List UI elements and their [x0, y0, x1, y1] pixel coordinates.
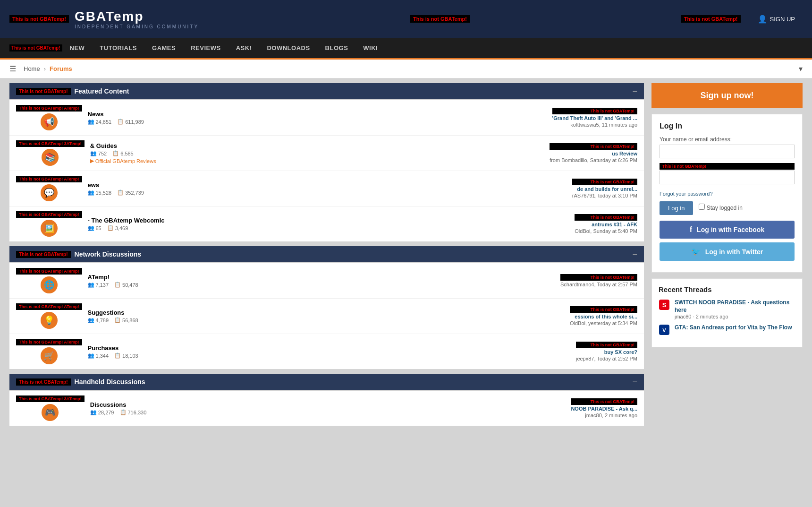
network-section-header: This is not GBATemp! Network Discussions…: [9, 246, 644, 262]
nav-new[interactable]: NEW: [62, 38, 93, 58]
svg-text:V: V: [662, 327, 666, 333]
login-title: Log In: [660, 122, 795, 130]
login-button[interactable]: Log in: [660, 201, 693, 215]
header-right: This is not GBATemp! 👤 SIGN UP: [681, 11, 803, 27]
message-count: 📋 50,478: [114, 282, 138, 288]
table-row: This is not GBATemp! ATemp! 💬 ews 👥 15,5…: [9, 171, 644, 206]
post-title[interactable]: antrums #31 - AFK: [575, 222, 637, 227]
forum-name[interactable]: - The GBAtemp Webcomic: [88, 217, 569, 224]
forum-name[interactable]: ews: [88, 181, 567, 189]
thread-title[interactable]: GTA: San Andreas port for Vita by The Fl…: [675, 324, 792, 332]
forum-name[interactable]: & Guides: [90, 142, 544, 149]
censored-icon-banner: This is not GBATemp! ATemp!: [16, 268, 82, 275]
forum-info: Discussions 👥 28,279 📋 716,330: [90, 401, 566, 415]
featured-section-title: Featured Content: [75, 87, 129, 95]
menu-icon[interactable]: ☰: [9, 64, 16, 73]
forum-name[interactable]: News: [88, 111, 547, 118]
thread-meta: jmac80 · 2 minutes ago: [675, 314, 795, 319]
network-minimize-button[interactable]: −: [632, 250, 637, 258]
thread-count: 👥 752: [90, 150, 107, 156]
username-input[interactable]: [660, 145, 795, 158]
signup-button[interactable]: 👤 SIGN UP: [750, 11, 803, 27]
post-title[interactable]: essions of this whole si...: [570, 314, 637, 319]
post-by: jmac80, 2 minutes ago: [571, 412, 637, 418]
content-area: This is not GBATemp! Featured Content − …: [9, 83, 644, 430]
login-actions: Log in Stay logged in: [660, 201, 795, 215]
forum-name[interactable]: Purchases: [88, 344, 570, 352]
nav-downloads[interactable]: DOWNLOADS: [259, 38, 317, 58]
stay-logged-checkbox[interactable]: [699, 204, 705, 210]
featured-section-title-area: This is not GBATemp! Featured Content: [16, 87, 129, 95]
message-icon: 📋: [114, 352, 121, 359]
breadcrumb-home[interactable]: Home: [24, 65, 40, 72]
thread-title[interactable]: SWITCH NOOB PARADISE - Ask questions her…: [675, 299, 795, 314]
breadcrumb-separator: ›: [44, 65, 46, 72]
forum-icon-area: This is not GBATemp! 3ATemp! 📚: [16, 140, 85, 166]
nav-ask[interactable]: ASK!: [228, 38, 260, 58]
thread-count: 👥 4,789: [88, 317, 109, 323]
thread-icon: 👥: [90, 150, 97, 156]
facebook-login-button[interactable]: f Log in with Facebook: [660, 221, 795, 239]
brand-name: GBATemp: [75, 9, 199, 24]
forum-last-post: This is not GBATemp! de and builds for u…: [572, 179, 637, 198]
message-count: 📋 716,330: [120, 409, 147, 415]
play-icon: ▶: [90, 158, 94, 164]
handheld-minimize-button[interactable]: −: [632, 378, 637, 386]
forum-icon: 🖼️: [41, 220, 58, 237]
table-row: This is not GBATemp! ATemp! 📢 News 👥 24,…: [9, 100, 644, 136]
nav-wiki[interactable]: WIKI: [355, 38, 385, 58]
twitter-login-button[interactable]: 🐦 Log in with Twitter: [660, 242, 795, 261]
forum-icon: 💡: [41, 312, 58, 329]
forum-meta: 👥 65 📋 3,469: [88, 225, 569, 231]
table-row: This is not GBATemp! 3ATemp! 🎮 Discussio…: [9, 391, 644, 426]
breadcrumb: ☰ Home › Forums ▾: [0, 60, 812, 78]
featured-forums-list: This is not GBATemp! ATemp! 📢 News 👥 24,…: [9, 100, 644, 241]
vita-platform-icon: V: [659, 324, 670, 335]
breadcrumb-forums: Forums: [50, 65, 72, 72]
post-by: kofttwaswa5, 11 minutes ago: [552, 122, 637, 128]
list-item: S SWITCH NOOB PARADISE - Ask questions h…: [659, 299, 795, 319]
censored-post-banner: This is not GBATemp!: [560, 274, 637, 281]
post-title[interactable]: 'Grand Theft Auto III' and 'Grand ...: [552, 115, 637, 121]
forum-icon-area: This is not GBATemp! ATemp! 🌐: [16, 268, 82, 293]
censored-post-banner: This is not GBATemp!: [572, 179, 637, 185]
forum-meta: 👥 752 📋 6,585: [90, 150, 544, 156]
post-title[interactable]: buy SX core?: [576, 349, 637, 355]
nav-tutorials[interactable]: TUTORIALS: [92, 38, 144, 58]
forum-name[interactable]: ATemp!: [88, 274, 555, 281]
breadcrumb-dropdown-icon[interactable]: ▾: [799, 64, 803, 73]
thread-count: 👥 28,279: [90, 409, 114, 415]
sidebar: Sign up now! Log In Your name or email a…: [651, 83, 803, 347]
forum-name[interactable]: Discussions: [90, 401, 566, 408]
thread-count: 👥 15,528: [88, 189, 112, 196]
forum-name[interactable]: Suggestions: [88, 309, 564, 316]
forgot-password-link[interactable]: Forgot your password?: [660, 191, 795, 197]
post-by: from Bombadillo, Saturday at 6:26 PM: [550, 157, 637, 163]
forum-info: ews 👥 15,528 📋 352,739: [88, 181, 567, 196]
nav-blogs[interactable]: BLOGS: [318, 38, 356, 58]
forum-meta: 👥 24,851 📋 611,989: [88, 119, 547, 125]
signup-banner[interactable]: Sign up now!: [651, 83, 803, 108]
censored-icon-banner: This is not GBATemp! 3ATemp!: [16, 395, 85, 402]
featured-minimize-button[interactable]: −: [632, 87, 637, 95]
message-icon: 📋: [107, 225, 114, 231]
nav-games[interactable]: GAMES: [144, 38, 183, 58]
nav-reviews[interactable]: REVIEWS: [183, 38, 228, 58]
post-by: rAS76791, today at 3:10 PM: [572, 193, 637, 198]
post-title[interactable]: NOOB PARADISE - Ask q...: [571, 406, 637, 412]
post-title[interactable]: de and builds for unrel...: [572, 186, 637, 192]
table-row: This is not GBATemp! ATemp! 🌐 ATemp! 👥 7…: [9, 263, 644, 299]
forum-icon-area: This is not GBATemp! ATemp! 💡: [16, 303, 82, 329]
forum-meta: 👥 15,528 📋 352,739: [88, 189, 567, 196]
stay-logged-label: Stay logged in: [699, 204, 742, 211]
sub-forum-link[interactable]: ▶ Official GBAtemp Reviews: [90, 158, 544, 164]
password-input[interactable]: [660, 171, 795, 184]
featured-section-wrapper: This is not GBATemp! Featured Content −: [9, 83, 644, 99]
censored-icon-banner: This is not GBATemp! 3ATemp!: [16, 140, 85, 147]
forum-icon: 🎮: [42, 404, 59, 421]
table-row: This is not GBATemp! ATemp! 🖼️ - The GBA…: [9, 206, 644, 241]
forum-icon: 💬: [41, 184, 58, 201]
censored-post-banner: This is not GBATemp!: [552, 108, 637, 114]
post-by: jeepx87, Today at 2:52 PM: [576, 356, 637, 361]
post-title[interactable]: us Review: [550, 151, 637, 156]
